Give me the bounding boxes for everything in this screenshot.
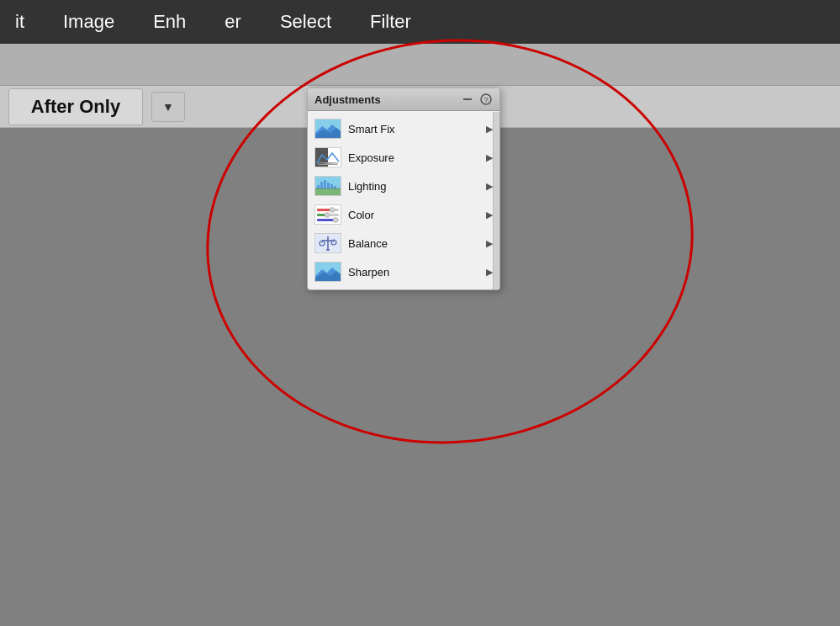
main-area: Adjustments ? (0, 128, 840, 626)
panel-title: Adjustments (314, 93, 381, 106)
view-mode-dropdown[interactable] (151, 92, 185, 122)
panel-minimize-icon[interactable] (461, 93, 474, 106)
color-icon (314, 204, 341, 225)
svg-rect-0 (463, 98, 472, 100)
menu-enhance[interactable]: Enh (146, 8, 193, 36)
panel-header-icons: ? (461, 93, 493, 106)
menu-bar: it Image Enh er Select Filter (0, 0, 840, 44)
adjustments-panel: Adjustments ? (307, 88, 500, 290)
svg-rect-9 (315, 188, 341, 195)
panel-scrollbar[interactable] (493, 112, 499, 289)
exposure-arrow-icon: ▶ (486, 152, 493, 163)
svg-rect-13 (327, 183, 330, 188)
svg-rect-14 (330, 184, 333, 188)
color-label: Color (348, 209, 479, 221)
adj-item-exposure[interactable]: Exposure ▶ (308, 143, 499, 172)
svg-rect-11 (320, 182, 323, 188)
svg-point-20 (330, 208, 335, 213)
sharpen-arrow-icon: ▶ (486, 267, 493, 278)
svg-point-26 (333, 218, 338, 223)
adj-item-balance[interactable]: Balance ▶ (308, 229, 499, 257)
smart-fix-icon (314, 119, 341, 139)
balance-icon (314, 233, 341, 253)
after-only-button[interactable]: After Only (8, 88, 143, 125)
balance-arrow-icon: ▶ (486, 238, 493, 249)
panel-body: Smart Fix ▶ Exposure ▶ (308, 111, 499, 289)
menu-select[interactable]: Select (273, 8, 338, 36)
svg-rect-12 (324, 180, 326, 188)
menu-edit[interactable]: it (8, 8, 31, 36)
adj-item-sharpen[interactable]: Sharpen ▶ (308, 257, 499, 286)
sharpen-label: Sharpen (348, 266, 479, 279)
adj-item-smart-fix[interactable]: Smart Fix ▶ (308, 114, 499, 143)
svg-rect-10 (317, 185, 320, 188)
menu-layer[interactable]: er (218, 8, 248, 36)
lighting-arrow-icon: ▶ (486, 181, 493, 192)
panel-header: Adjustments ? (308, 88, 499, 111)
balance-label: Balance (348, 237, 479, 250)
svg-text:?: ? (483, 96, 488, 104)
panel-help-icon[interactable]: ? (479, 93, 493, 106)
smart-fix-label: Smart Fix (348, 123, 479, 135)
toolbar-area (0, 44, 840, 86)
menu-image[interactable]: Image (56, 8, 121, 36)
smart-fix-arrow-icon: ▶ (486, 124, 493, 135)
lighting-icon (314, 176, 341, 196)
svg-rect-15 (334, 186, 336, 188)
color-arrow-icon: ▶ (486, 210, 493, 220)
menu-filter[interactable]: Filter (363, 8, 418, 36)
lighting-label: Lighting (348, 180, 479, 193)
adj-item-color[interactable]: Color ▶ (308, 200, 499, 229)
svg-point-23 (325, 213, 330, 218)
exposure-label: Exposure (348, 151, 479, 164)
exposure-icon (314, 147, 341, 167)
adj-item-lighting[interactable]: Lighting ▶ (308, 172, 499, 200)
svg-rect-25 (317, 219, 335, 221)
sharpen-icon (314, 262, 341, 282)
